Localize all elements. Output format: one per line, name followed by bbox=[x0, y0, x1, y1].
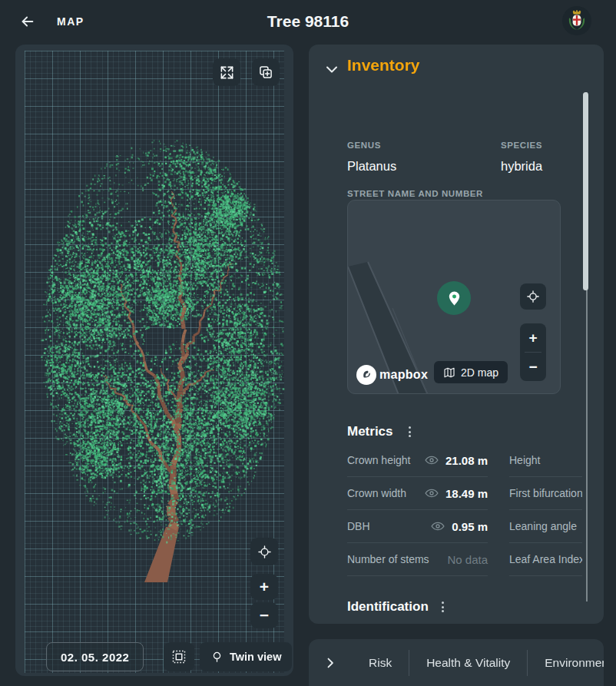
locate-icon bbox=[526, 290, 540, 303]
page-title: Tree 98116 bbox=[0, 12, 616, 31]
metric-value: No data bbox=[447, 553, 488, 566]
metric-value: 18.49 m bbox=[445, 487, 488, 500]
mapbox-icon bbox=[356, 365, 376, 385]
inventory-section-title: Inventory bbox=[347, 56, 420, 75]
sections-row: Risk Health & Vitality Environment bbox=[309, 639, 604, 686]
back-button[interactable] bbox=[17, 11, 38, 32]
street-label: STREET NAME AND NUMBER bbox=[347, 189, 483, 198]
metric-label: Leaning angle bbox=[509, 520, 577, 532]
chevron-down-icon bbox=[323, 60, 341, 78]
metrics-column-left: Crown height 21.08 m Crown width 18.49 m… bbox=[347, 444, 488, 576]
metric-label: First bifurcation bbox=[509, 487, 582, 499]
locate-icon bbox=[257, 545, 272, 559]
metric-label: Crown height bbox=[347, 454, 418, 466]
selection-frame-icon bbox=[171, 649, 187, 664]
metric-row: Height bbox=[509, 444, 582, 477]
tab-environment[interactable]: Environment bbox=[528, 656, 604, 670]
metric-label: Height bbox=[509, 454, 540, 466]
scan-date-chip[interactable]: 02. 05. 2022 bbox=[46, 642, 144, 671]
mapbox-wordmark: mapbox bbox=[379, 368, 428, 382]
crest-icon bbox=[567, 9, 587, 32]
tab-health-vitality[interactable]: Health & Vitality bbox=[409, 656, 527, 670]
twin-view-label: Twin view bbox=[230, 651, 281, 663]
mapbox-attribution[interactable]: mapbox bbox=[356, 365, 428, 385]
bounding-box-button[interactable] bbox=[164, 642, 194, 671]
metric-value: 21.08 m bbox=[445, 454, 488, 467]
metric-value: 0.95 m bbox=[452, 520, 488, 533]
collapse-section-button[interactable] bbox=[323, 60, 341, 78]
metrics-column-right: Height First bifurcation Leaning angle L… bbox=[509, 444, 582, 576]
metrics-section-title: Metrics bbox=[347, 424, 393, 439]
map-zoom-control: + − bbox=[520, 323, 546, 381]
zoom-out-button[interactable]: − bbox=[250, 602, 278, 628]
tree-location-marker[interactable] bbox=[437, 281, 471, 315]
metric-row: Crown width 18.49 m bbox=[347, 477, 488, 510]
point-cloud-viewer[interactable]: + − 02. 05. 2022 Twin view bbox=[15, 45, 293, 676]
app-header: MAP Tree 98116 bbox=[0, 0, 616, 43]
metric-label: Number of stems bbox=[347, 553, 441, 565]
genus-label: GENUS bbox=[347, 141, 381, 150]
back-arrow-icon bbox=[19, 13, 36, 30]
species-label: SPECIES bbox=[501, 141, 542, 150]
city-crest-logo[interactable] bbox=[562, 6, 591, 35]
metrics-grid: Crown height 21.08 m Crown width 18.49 m… bbox=[347, 444, 582, 576]
metric-row: DBH 0.95 m bbox=[347, 510, 488, 543]
inventory-panel: Inventory GENUS Platanus SPECIES hybrida… bbox=[309, 45, 604, 624]
map-zoom-out-button[interactable]: − bbox=[520, 353, 546, 381]
metric-label: Crown width bbox=[347, 487, 418, 499]
identification-menu-button[interactable] bbox=[436, 599, 449, 615]
duplicate-plus-icon bbox=[258, 65, 273, 80]
map-2d-toggle-button[interactable]: 2D map bbox=[434, 361, 508, 383]
recenter-view-button[interactable] bbox=[250, 538, 278, 565]
expand-sections-button[interactable] bbox=[309, 655, 352, 671]
metric-row: Leaning angle bbox=[509, 510, 582, 543]
eye-icon[interactable] bbox=[424, 486, 439, 501]
fullscreen-button[interactable] bbox=[213, 58, 240, 86]
zoom-in-button[interactable]: + bbox=[250, 574, 278, 600]
genus-value: Platanus bbox=[347, 159, 396, 174]
chevron-right-icon bbox=[323, 655, 338, 671]
scrollbar-thumb[interactable] bbox=[583, 92, 588, 290]
species-value: hybrida bbox=[501, 159, 542, 174]
metrics-menu-button[interactable] bbox=[402, 424, 416, 439]
location-mini-map[interactable]: + − 2D map mapbox bbox=[347, 200, 561, 394]
map-zoom-in-button[interactable]: + bbox=[520, 323, 546, 352]
metric-row: Number of stems No data bbox=[347, 543, 488, 576]
metric-label: DBH bbox=[347, 520, 424, 532]
tree-icon bbox=[210, 651, 224, 664]
map-pin-icon bbox=[445, 290, 463, 307]
identification-section-title: Identification bbox=[347, 599, 429, 615]
bottom-sections-bar: Risk Health & Vitality Environment bbox=[309, 639, 604, 686]
folded-map-icon bbox=[443, 366, 455, 379]
twin-view-button[interactable]: Twin view bbox=[200, 642, 292, 671]
metric-row: First bifurcation bbox=[509, 477, 582, 510]
compare-scans-button[interactable] bbox=[252, 58, 280, 86]
expand-icon bbox=[220, 65, 234, 80]
metric-label: Leaf Area Index bbox=[509, 553, 582, 565]
nav-map-label[interactable]: MAP bbox=[57, 15, 84, 28]
eye-icon[interactable] bbox=[424, 452, 439, 468]
eye-icon[interactable] bbox=[430, 519, 445, 534]
metric-row: Leaf Area Index bbox=[509, 543, 582, 576]
tab-risk[interactable]: Risk bbox=[352, 656, 409, 670]
map-recenter-button[interactable] bbox=[520, 283, 546, 310]
metric-row: Crown height 21.08 m bbox=[347, 444, 488, 477]
map-2d-label: 2D map bbox=[461, 366, 498, 379]
